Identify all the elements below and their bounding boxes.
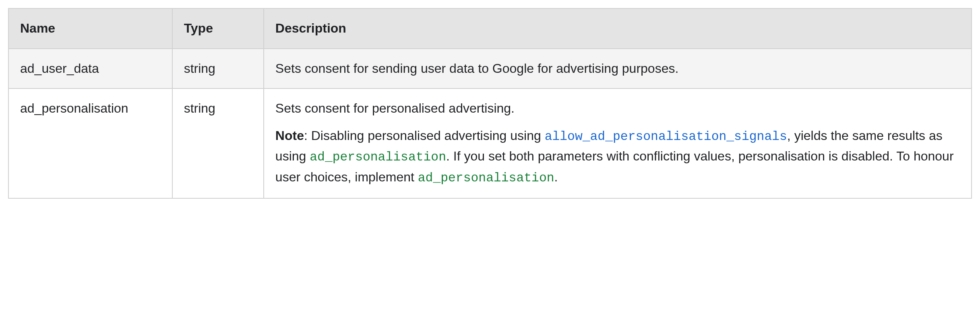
note-text: : Disabling personalised advertising usi… — [304, 128, 545, 143]
param-description: Sets consent for sending user data to Go… — [264, 49, 972, 89]
param-type: string — [172, 88, 264, 198]
parameters-table: Name Type Description ad_user_data strin… — [8, 8, 972, 199]
param-description-line: Sets consent for personalised advertisin… — [275, 99, 960, 119]
param-name: ad_user_data — [8, 49, 172, 89]
table-row: ad_user_data string Sets consent for sen… — [8, 49, 972, 89]
param-description: Sets consent for personalised advertisin… — [264, 88, 972, 198]
header-name: Name — [8, 8, 172, 49]
header-description: Description — [264, 8, 972, 49]
note-label: Note — [275, 128, 304, 143]
code-link-allow-ad-personalisation-signals[interactable]: allow_ad_personalisation_signals — [545, 130, 787, 144]
note-text: . — [554, 170, 558, 184]
table-row: ad_personalisation string Sets consent f… — [8, 88, 972, 198]
table-header-row: Name Type Description — [8, 8, 972, 49]
param-note: Note: Disabling personalised advertising… — [275, 126, 960, 188]
param-name: ad_personalisation — [8, 88, 172, 198]
param-type: string — [172, 49, 264, 89]
header-type: Type — [172, 8, 264, 49]
code-ad-personalisation: ad_personalisation — [310, 150, 446, 164]
code-ad-personalisation: ad_personalisation — [418, 171, 554, 185]
